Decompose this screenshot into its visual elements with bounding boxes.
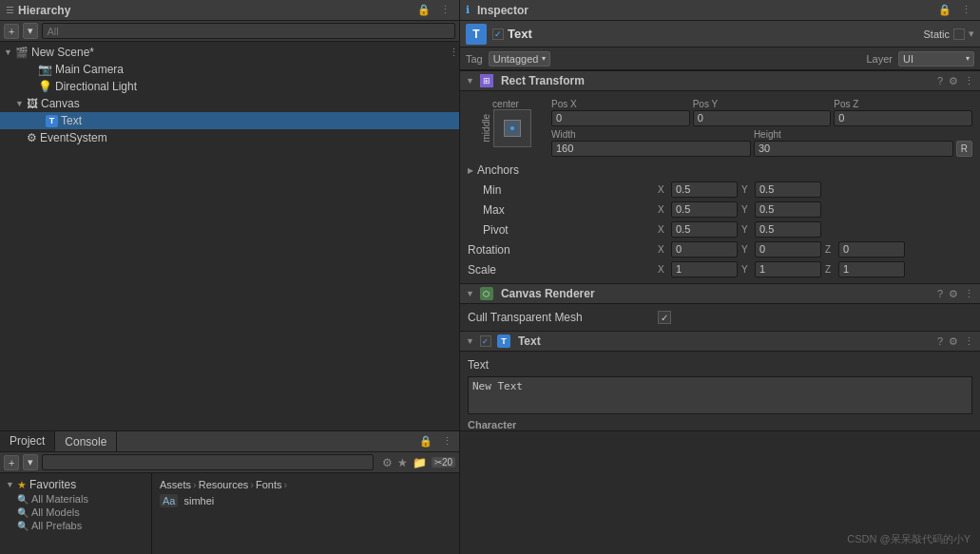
hierarchy-collapse-arrow[interactable]: ☰ xyxy=(6,5,14,15)
text-value-input[interactable]: New Text xyxy=(468,376,972,414)
hierarchy-search-input[interactable] xyxy=(42,23,455,39)
hierarchy-lock-icon[interactable]: 🔒 xyxy=(414,4,433,16)
breadcrumb-assets[interactable]: Assets xyxy=(160,479,191,490)
hierarchy-dropdown-btn[interactable]: ▾ xyxy=(23,23,38,39)
project-menu-icon[interactable]: ⋮ xyxy=(439,435,455,448)
inspector-title: Inspector xyxy=(477,4,528,17)
scene-icon: 🎬 xyxy=(15,47,29,59)
star-filter-icon[interactable]: ★ xyxy=(396,455,409,470)
rect-help-icon[interactable]: ? xyxy=(937,75,943,87)
breadcrumb: Assets › Resources › Fonts › xyxy=(156,477,455,492)
anchor-dot xyxy=(510,126,514,130)
tree-item-canvas[interactable]: ▼ 🖼 Canvas xyxy=(0,95,459,112)
canvas-renderer-help-icon[interactable]: ? xyxy=(937,288,943,300)
light-label: Directional Light xyxy=(55,80,137,93)
scale-y-input[interactable]: 1 xyxy=(755,261,821,277)
tag-dropdown[interactable]: Untagged ▾ xyxy=(489,51,551,67)
anchors-min-y-input[interactable]: 0.5 xyxy=(755,181,821,198)
pos-y-value[interactable]: 0 xyxy=(693,110,832,126)
scale-x-input[interactable]: 1 xyxy=(671,261,738,277)
text-component-menu-icon[interactable]: ⋮ xyxy=(964,335,974,348)
inspector-lock-icon[interactable]: 🔒 xyxy=(935,4,954,16)
breadcrumb-resources[interactable]: Resources xyxy=(199,479,249,490)
scale-values: X 1 Y 1 Z 1 xyxy=(658,261,972,277)
project-search-input[interactable] xyxy=(42,454,373,470)
text-component-enable-checkbox[interactable]: ✓ xyxy=(480,335,491,347)
anchor-visualization: center middle xyxy=(468,99,544,157)
text-component-help-icon[interactable]: ? xyxy=(937,335,943,348)
project-dropdown-btn[interactable]: ▾ xyxy=(23,454,38,470)
tab-console[interactable]: Console xyxy=(55,431,117,451)
tree-item-text[interactable]: T Text xyxy=(0,112,459,129)
canvas-renderer-menu-icon[interactable]: ⋮ xyxy=(964,288,974,300)
pivot-y-input[interactable]: 0.5 xyxy=(755,221,821,238)
canvas-renderer-icon: ⬡ xyxy=(480,287,493,300)
anchors-min-x-input[interactable]: 0.5 xyxy=(671,181,738,198)
canvas-renderer-settings-icon[interactable]: ⚙ xyxy=(949,288,958,300)
pos-x-value[interactable]: 0 xyxy=(551,110,690,126)
all-prefabs-label: All Prefabs xyxy=(31,520,82,531)
scene-root-item[interactable]: ▼ 🎬 New Scene* ⋮ xyxy=(0,44,459,61)
anchors-max-y-group: Y 0.5 xyxy=(741,201,821,218)
project-lock-icon[interactable]: 🔒 xyxy=(416,435,435,448)
height-value[interactable]: 30 xyxy=(754,141,953,157)
canvas-renderer-header[interactable]: ▼ ⬡ Canvas Renderer ? ⚙ ⋮ xyxy=(460,283,980,304)
anchors-max-x-axis: X xyxy=(658,204,669,215)
tree-item-main-camera[interactable]: 📷 Main Camera xyxy=(0,61,459,78)
anchors-min-row: Min X 0.5 Y 0.5 xyxy=(460,180,980,200)
hierarchy-add-btn[interactable]: + xyxy=(4,24,19,39)
project-add-btn[interactable]: + xyxy=(4,455,19,470)
anchors-max-x-input[interactable]: 0.5 xyxy=(671,201,738,218)
scale-x-axis: X xyxy=(658,264,669,275)
favorites-item-all-materials[interactable]: 🔍 All Materials xyxy=(4,492,147,506)
rect-menu-icon[interactable]: ⋮ xyxy=(964,75,974,87)
text-component-settings-icon[interactable]: ⚙ xyxy=(949,335,958,348)
favorites-header[interactable]: ▼ ★ Favorites xyxy=(4,477,147,492)
rotation-z-axis: Z xyxy=(825,244,836,255)
cull-transparent-checkbox[interactable]: ✓ xyxy=(658,311,671,324)
eventsystem-icon: ⚙ xyxy=(27,131,37,144)
rotation-x-input[interactable]: 0 xyxy=(671,241,738,258)
rotation-y-input[interactable]: 0 xyxy=(755,241,821,258)
text-label: Text xyxy=(61,114,82,127)
pos-fields-row: Pos X 0 Pos Y 0 Pos Z 0 xyxy=(551,99,972,126)
anchor-diagram-box[interactable] xyxy=(493,109,531,147)
layer-label: Layer xyxy=(866,53,893,65)
rotation-x-group: X 0 xyxy=(658,241,738,258)
favorites-item-all-models[interactable]: 🔍 All Models xyxy=(4,506,147,519)
r-button[interactable]: R xyxy=(956,141,972,157)
text-component-header[interactable]: ▼ ✓ T Text ? ⚙ ⋮ xyxy=(460,331,980,352)
tab-project[interactable]: Project xyxy=(0,431,55,451)
layer-dropdown-arrow: ▾ xyxy=(966,54,970,63)
anchors-max-x-group: X 0.5 xyxy=(658,201,738,218)
object-header-row: T ✓ Text Static ▾ xyxy=(460,21,980,48)
width-value[interactable]: 160 xyxy=(551,141,751,157)
breadcrumb-fonts[interactable]: Fonts xyxy=(256,479,282,490)
layer-dropdown[interactable]: UI ▾ xyxy=(898,51,974,67)
rect-transform-header[interactable]: ▼ ⊞ Rect Transform ? ⚙ ⋮ xyxy=(460,70,980,91)
scene-menu-icon[interactable]: ⋮ xyxy=(449,47,459,59)
rotation-z-input[interactable]: 0 xyxy=(838,241,905,258)
pivot-x-input[interactable]: 0.5 xyxy=(671,221,738,238)
inspector-info-icon: ℹ xyxy=(466,4,470,16)
width-label: Width xyxy=(551,129,751,140)
inspector-menu-icon[interactable]: ⋮ xyxy=(958,4,974,16)
rect-settings-icon[interactable]: ⚙ xyxy=(949,75,958,87)
folder-icon[interactable]: 📁 xyxy=(412,455,428,470)
static-dropdown-arrow[interactable]: ▾ xyxy=(969,28,974,40)
favorites-item-all-prefabs[interactable]: 🔍 All Prefabs xyxy=(4,519,147,532)
anchors-expand-arrow[interactable]: ▶ xyxy=(468,166,473,175)
rotation-row: Rotation X 0 Y 0 Z xyxy=(460,239,980,259)
static-checkbox[interactable] xyxy=(953,29,965,40)
tree-item-directional-light[interactable]: 💡 Directional Light xyxy=(0,78,459,95)
anchors-max-y-input[interactable]: 0.5 xyxy=(755,201,821,218)
tree-item-eventsystem[interactable]: ⚙ EventSystem xyxy=(0,129,459,146)
hierarchy-menu-icon[interactable]: ⋮ xyxy=(437,4,453,16)
pivot-label: Pivot xyxy=(468,223,658,237)
project-files-panel: Assets › Resources › Fonts › Aa simhei xyxy=(152,473,459,554)
scale-z-input[interactable]: 1 xyxy=(838,261,905,277)
object-enable-checkbox[interactable]: ✓ xyxy=(492,29,504,40)
pos-z-value[interactable]: 0 xyxy=(834,110,972,126)
file-item-simhei[interactable]: Aa simhei xyxy=(156,492,455,509)
filter-icon[interactable]: ⚙ xyxy=(381,455,394,470)
